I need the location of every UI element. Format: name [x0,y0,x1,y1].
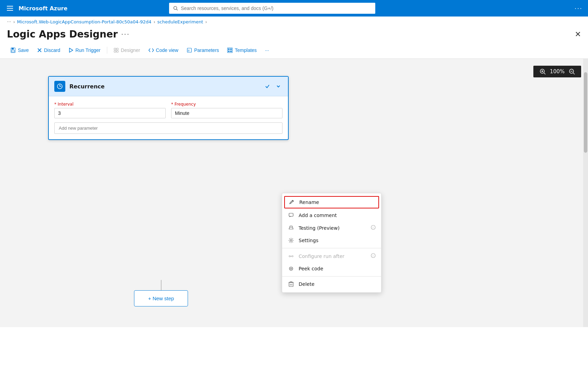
svg-rect-19 [230,48,232,50]
canvas-scrollbar[interactable] [583,59,588,327]
toolbar-more-label: ··· [265,47,269,53]
card-check-btn[interactable] [263,82,271,90]
code-view-label: Code view [156,47,178,53]
menu-divider1 [282,248,381,248]
hamburger-menu[interactable] [5,3,14,13]
frequency-label: * Frequency [171,102,282,107]
breadcrumb-item1[interactable]: Microsoft.Web-LogicAppConsumption-Portal… [17,19,152,24]
svg-point-42 [290,268,292,269]
configure-run-icon [288,253,295,259]
svg-rect-13 [114,51,116,52]
discard-button[interactable]: Discard [34,45,64,55]
menu-item-configure-run: Configure run after i [282,250,381,262]
parameters-button[interactable]: @ Parameters [183,45,222,55]
interval-label: * Interval [54,102,166,107]
topbar: Microsoft Azure ··· [0,0,588,17]
menu-delete-label: Delete [299,281,314,287]
menu-configure-run-label: Configure run after [299,253,344,259]
svg-rect-6 [12,48,14,50]
svg-marker-10 [69,48,73,52]
settings-icon [288,238,295,243]
toolbar: Save Discard Run Trigger Designer Code v… [0,43,588,59]
menu-item-settings[interactable]: Settings [282,234,381,247]
recurrence-body: * Interval * Frequency [49,96,288,139]
svg-rect-31 [289,213,293,216]
new-step-container: + New step [134,280,188,306]
code-view-button[interactable]: Code view [145,45,182,55]
recurrence-title: Recurrence [69,83,259,90]
svg-text:i: i [373,226,374,229]
zoom-out-btn[interactable] [567,68,576,75]
breadcrumb-item2[interactable]: scheduleExperiment [157,19,203,24]
recurrence-icon [54,81,65,92]
parameters-icon: @ [187,47,192,53]
page-header: Logic Apps Designer ··· ✕ [0,27,588,43]
menu-item-rename[interactable]: Rename [284,196,379,208]
interval-input[interactable] [54,108,166,118]
templates-label: Templates [235,47,257,53]
code-view-icon [148,48,154,53]
menu-peek-code-label: Peek code [299,266,323,271]
search-input[interactable] [181,6,371,11]
field-row-interval-frequency: * Interval * Frequency [54,102,282,118]
add-param-input[interactable] [54,122,282,134]
toolbar-more-btn[interactable]: ··· [262,45,273,55]
menu-item-delete[interactable]: Delete [282,278,381,290]
delete-icon [288,281,295,287]
frequency-input[interactable] [171,108,282,118]
svg-text:@: @ [188,49,190,52]
svg-rect-14 [117,51,118,52]
menu-item-testing[interactable]: Testing (Preview) i [282,221,381,234]
run-trigger-button[interactable]: Run Trigger [65,45,104,55]
recurrence-actions [263,82,282,90]
page-title: Logic Apps Designer [7,29,118,40]
card-expand-btn[interactable] [274,82,282,90]
recurrence-card: Recurrence * Interval * Frequency [48,76,289,140]
menu-item-peek-code[interactable]: Peek code [282,262,381,275]
zoom-out-icon [569,68,575,75]
connector-line [161,280,162,290]
designer-button[interactable]: Designer [110,45,144,55]
designer-icon [113,47,119,53]
parameters-label: Parameters [194,47,219,53]
zoom-value: 100% [550,68,565,75]
page-close-btn[interactable]: ✕ [575,30,581,39]
toolbar-separator [107,47,107,54]
menu-divider2 [282,276,381,277]
save-icon [10,47,16,53]
svg-rect-20 [228,51,230,52]
designer-canvas: 100% Recurrence [0,59,588,327]
new-step-button[interactable]: + New step [134,290,188,306]
add-param-row [54,122,282,134]
configure-info-icon: i [371,253,376,259]
svg-point-41 [289,267,293,270]
search-bar[interactable] [169,3,375,14]
menu-item-add-comment[interactable]: Add a comment [282,209,381,221]
canvas-scrollbar-thumb[interactable] [584,72,587,153]
testing-info-icon[interactable]: i [371,225,376,231]
zoom-in-icon [540,68,546,75]
save-button[interactable]: Save [7,45,32,55]
run-trigger-label: Run Trigger [75,47,100,53]
templates-button[interactable]: Templates [224,45,260,55]
rename-icon [288,199,295,205]
svg-rect-2 [7,10,13,11]
menu-rename-label: Rename [299,199,319,205]
templates-icon [227,47,233,53]
svg-rect-21 [230,51,232,52]
search-icon [173,6,178,11]
svg-text:i: i [373,254,374,257]
topbar-more-btn[interactable]: ··· [575,5,583,12]
svg-line-25 [544,73,545,74]
svg-rect-18 [228,48,230,50]
svg-rect-7 [12,50,14,52]
page-ellipsis-btn[interactable]: ··· [121,30,130,39]
menu-settings-label: Settings [299,238,318,243]
svg-rect-0 [7,6,13,7]
discard-label: Discard [44,47,60,53]
context-menu: Rename Add a comment Testing (Preview) i… [282,193,381,293]
breadcrumb-dots[interactable]: ··· [7,19,11,24]
zoom-in-btn[interactable] [538,68,547,75]
azure-logo: Microsoft Azure [19,5,67,12]
svg-point-37 [292,256,293,257]
